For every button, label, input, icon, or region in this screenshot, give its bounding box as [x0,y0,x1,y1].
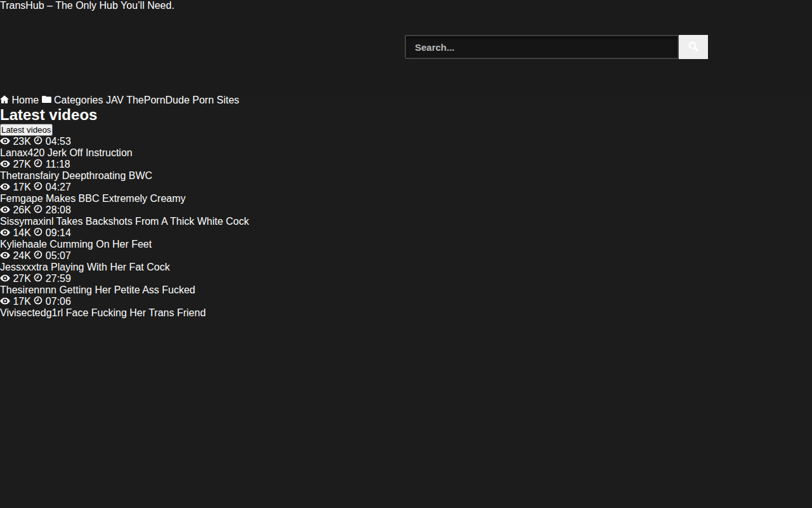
video-meta: 24K 05:07 [0,250,812,262]
nav-item-theporndude[interactable]: ThePornDude [126,95,192,105]
nav-item-label: Porn Sites [192,95,239,105]
clock-icon [34,159,45,170]
views-count: 17K [13,182,30,192]
clock-icon [34,182,45,192]
eye-icon [0,182,13,192]
video-title[interactable]: Thetransfairy Deepthroating BWC [0,170,812,182]
eye-icon [0,296,13,307]
nav-item-categories[interactable]: Categories [42,95,106,105]
duration: 04:27 [34,182,71,192]
site-header: TransHub – The Only Hub You’ll Need. [0,0,812,95]
video-thumbnail[interactable]: 17K 07:06 [0,296,812,307]
section-header: Latest videos Latest videos [0,106,812,136]
views-count: 23K [13,136,30,147]
views: 26K [0,204,34,215]
video-title[interactable]: Femgape Makes BBC Extremely Creamy [0,193,812,204]
video-card[interactable]: 24K 05:07 Jessxxxtra Playing With Her Fa… [0,250,812,273]
video-card[interactable]: 27K 27:59 Thesirennnn Getting Her Petite… [0,273,812,296]
video-meta: 14K 09:14 [0,227,812,239]
eye-icon [0,273,13,284]
views: 24K [0,250,34,261]
eye-icon [0,159,13,170]
clock-icon [34,204,45,215]
duration: 05:07 [34,250,71,261]
nav-item-home[interactable]: Home [0,95,42,105]
nav-item-porn-sites[interactable]: Porn Sites [192,95,239,105]
video-title[interactable]: Kyliehaale Cumming On Her Feet [0,239,812,250]
video-thumbnail[interactable]: 14K 09:14 [0,227,812,239]
clock-icon [34,273,45,284]
views-count: 26K [13,204,30,215]
video-thumbnail[interactable]: 26K 28:08 [0,204,812,216]
views: 17K [0,182,34,192]
video-meta: 27K 27:59 [0,273,812,284]
nav-item-label: Categories [54,95,103,105]
section-title: Latest videos [0,106,812,124]
video-title[interactable]: Thesirennnn Getting Her Petite Ass Fucke… [0,284,812,296]
duration-value: 28:08 [46,204,71,215]
duration: 07:06 [34,296,71,307]
main-nav: Home Categories JAV ThePornDude Porn Sit… [0,95,812,106]
clock-icon [34,136,45,147]
views-count: 24K [13,250,30,261]
views: 23K [0,136,34,147]
video-card[interactable]: 14K 09:14 Kyliehaale Cumming On Her Feet [0,227,812,250]
duration-value: 04:27 [46,182,71,192]
video-title[interactable]: Lanax420 Jerk Off Instruction [0,147,812,159]
duration-value: 27:59 [46,273,71,284]
duration: 04:53 [34,136,71,147]
clock-icon [34,296,45,307]
views-count: 14K [13,227,30,238]
duration: 11:18 [34,159,70,170]
search-button[interactable] [679,35,708,59]
duration-value: 09:14 [46,227,71,238]
video-card[interactable]: 26K 28:08 Sissymaxinl Takes Backshots Fr… [0,204,812,227]
duration: 27:59 [34,273,71,284]
views-count: 27K [13,273,30,284]
video-meta: 27K 11:18 [0,159,812,170]
nav-item-label: Home [11,95,39,105]
views: 17K [0,296,34,307]
views: 14K [0,227,34,238]
video-title[interactable]: Jessxxxtra Playing With Her Fat Cock [0,262,812,273]
search-input[interactable] [405,35,679,59]
views-count: 17K [13,296,30,307]
video-grid: 23K 04:53 Lanax420 Jerk Off Instruction [0,136,812,319]
nav-item-label: ThePornDude [126,95,190,105]
video-thumbnail[interactable]: 27K 27:59 [0,273,812,284]
video-meta: 17K 04:27 [0,182,812,193]
video-meta: 26K 28:08 [0,204,812,216]
video-card[interactable]: 27K 11:18 Thetransfairy Deepthroating BW… [0,159,812,182]
video-thumbnail[interactable]: 23K 04:53 [0,136,812,147]
video-thumbnail[interactable]: 24K 05:07 [0,250,812,262]
sort-dropdown-label: Latest videos [1,125,51,135]
video-card[interactable]: 23K 04:53 Lanax420 Jerk Off Instruction [0,136,812,159]
duration-value: 04:53 [46,136,71,147]
video-title[interactable]: Vivisectedg1rl Face Fucking Her Trans Fr… [0,307,812,319]
clock-icon [34,250,45,261]
search-bar [405,35,708,59]
video-meta: 17K 07:06 [0,296,812,307]
eye-icon [0,136,13,147]
views-count: 27K [13,159,30,170]
duration-value: 07:06 [46,296,71,307]
page: TransHub – The Only Hub You’ll Need. Hom… [0,0,812,319]
home-icon [0,95,11,105]
video-card[interactable]: 17K 04:27 Femgape Makes BBC Extremely Cr… [0,182,812,204]
video-card[interactable]: 17K 07:06 Vivisectedg1rl Face Fucking He… [0,296,812,319]
magnifier-icon [688,44,699,54]
clock-icon [34,227,45,238]
nav-item-label: JAV [106,95,124,105]
video-thumbnail[interactable]: 27K 11:18 [0,159,812,170]
folder-icon [42,95,54,105]
sort-dropdown[interactable]: Latest videos [0,124,53,136]
views: 27K [0,273,34,284]
site-tagline: TransHub – The Only Hub You’ll Need. [0,0,812,11]
video-title[interactable]: Sissymaxinl Takes Backshots From A Thick… [0,216,812,227]
video-thumbnail[interactable]: 17K 04:27 [0,182,812,193]
duration-value: 05:07 [46,250,71,261]
eye-icon [0,204,13,215]
views: 27K [0,159,34,170]
nav-item-jav[interactable]: JAV [106,95,126,105]
video-meta: 23K 04:53 [0,136,812,147]
